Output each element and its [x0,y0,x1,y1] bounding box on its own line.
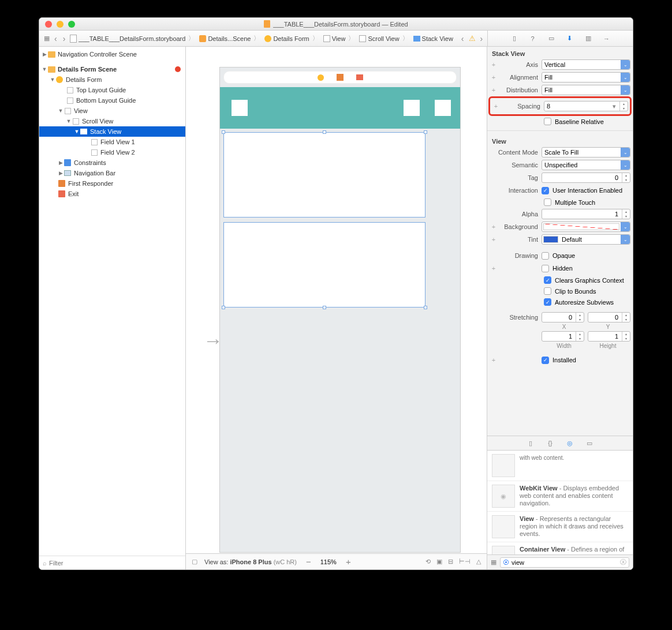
outline-tree[interactable]: ▶Navigation Controller Scene ▼Details Fo… [39,47,185,556]
resolve-issues-icon[interactable]: △ [476,558,481,565]
axis-select[interactable]: Vertical⌄ [542,59,630,70]
issue-next[interactable]: › [479,34,484,43]
header-placeholder-3[interactable] [435,100,451,116]
crumb-scene[interactable]: Details...Scene〉 [199,34,261,43]
zoom-out-button[interactable]: − [304,557,313,567]
scene-preview[interactable] [219,67,461,553]
add-variation[interactable]: + [490,236,498,243]
row-nav-bar[interactable]: ▶Navigation Bar [39,168,185,178]
viewcontroller-icon[interactable] [318,74,324,81]
object-library-list[interactable]: with web content. ◉WebKit View - Display… [487,451,633,554]
clip-to-bounds-checkbox[interactable] [544,287,551,295]
clears-graphics-checkbox[interactable]: ✓ [544,276,551,284]
warning-icon[interactable]: ⚠ [469,34,476,43]
exit-icon[interactable] [356,74,363,80]
stretch-w-field[interactable]: 1▴▾ [542,331,584,342]
multiple-touch-checkbox[interactable] [544,198,551,206]
scene-header-bar[interactable] [223,71,457,84]
tag-stepper[interactable]: ▴▾ [622,173,630,182]
hidden-checkbox[interactable] [542,265,549,272]
crumb-view[interactable]: View〉 [323,34,356,43]
align-icon[interactable]: ⊟ [448,558,453,565]
row-details-form[interactable]: ▼Details Form [39,74,185,85]
spacing-field[interactable]: 8▾▴▾ [544,101,628,111]
field-view-1[interactable] [223,132,425,217]
row-bottom-guide[interactable]: Bottom Layout Guide [39,95,185,106]
add-variation[interactable]: + [490,223,498,230]
outline-filter-input[interactable] [49,560,182,567]
zoom-in-button[interactable]: + [344,557,353,567]
back-button[interactable]: ‹ [53,34,58,43]
zoom-level[interactable]: 115% [320,558,337,565]
stretch-h-field[interactable]: 1▴▾ [588,331,630,342]
device-config-icon[interactable]: ▢ [192,558,197,565]
object-library-icon[interactable]: ◎ [565,438,574,448]
row-stack-view[interactable]: ▼Stack View [39,126,185,137]
filter-icon[interactable]: ⌕ [43,560,47,567]
add-variation[interactable]: + [490,74,498,81]
row-constraints[interactable]: ▶Constraints [39,158,185,168]
alpha-field[interactable]: 1▴▾ [542,209,630,219]
library-grid-icon[interactable]: ▦ [491,558,496,566]
row-nav-scene[interactable]: ▶Navigation Controller Scene [39,49,185,59]
segue-arrow-icon[interactable]: → [203,329,223,352]
field-view-2[interactable] [223,222,425,308]
tag-field[interactable]: 0▴▾ [542,172,630,183]
library-item-container-view[interactable]: ▣Container View - Defines a region of a … [487,542,633,554]
library-item-partial[interactable]: with web content. [487,451,633,481]
add-variation[interactable]: + [490,357,498,363]
row-details-scene[interactable]: ▼Details Form Scene [39,64,185,74]
add-variation[interactable]: + [490,61,498,68]
row-scroll-view[interactable]: ▼Scroll View [39,116,185,126]
row-view[interactable]: ▼View [39,106,185,116]
pin-icon[interactable]: ⊢⊣ [459,558,471,565]
row-first-responder[interactable]: First Responder [39,178,185,189]
alignment-select[interactable]: Fill⌄ [542,72,630,82]
uie-checkbox[interactable]: ✓ [542,187,549,194]
embed-in-icon[interactable]: ▣ [436,558,442,565]
add-variation[interactable]: + [490,87,498,93]
content-mode-select[interactable]: Scale To Fill⌄ [542,147,630,158]
first-responder-icon[interactable] [337,74,344,81]
distribution-select[interactable]: Fill⌄ [542,85,630,95]
issue-prev[interactable]: ‹ [460,34,465,43]
library-item-view[interactable]: View - Represents a rectangular region i… [487,512,633,542]
attributes-inspector-icon[interactable]: ⬇ [565,34,574,43]
add-variation[interactable]: + [492,103,500,110]
update-frames-icon[interactable]: ⟲ [425,558,431,565]
identity-inspector-icon[interactable]: ▭ [547,34,556,43]
row-field-view-2[interactable]: Field View 2 [39,147,185,158]
tint-color-well[interactable]: Default⌄ [542,234,630,245]
size-inspector-icon[interactable]: ▥ [584,34,593,43]
error-badge[interactable] [175,66,181,72]
connections-inspector-icon[interactable]: → [602,34,611,43]
crumb-vc[interactable]: Details Form〉 [264,34,319,43]
forward-button[interactable]: › [62,34,67,43]
clear-search-icon[interactable]: ⓧ [620,558,626,567]
semantic-select[interactable]: Unspecified⌄ [542,160,630,170]
row-top-guide[interactable]: Top Layout Guide [39,85,185,95]
add-variation[interactable]: + [490,265,498,272]
media-library-icon[interactable]: ▭ [585,438,594,448]
file-template-library-icon[interactable]: ▯ [526,438,535,448]
crumb-stack[interactable]: Stack View [413,35,453,42]
library-item-webkit-view[interactable]: ◉WebKit View - Displays embedded web con… [487,481,633,512]
header-view[interactable] [220,87,460,129]
background-color-well[interactable]: ⌄ [542,222,630,232]
autoresize-subviews-checkbox[interactable]: ✓ [544,298,551,306]
crumb-file[interactable]: ___TABLE___DetailsForm.storyboard〉 [70,34,196,43]
related-items-icon[interactable]: ▦ [44,35,50,42]
file-inspector-icon[interactable]: ▯ [510,34,519,43]
spacing-stepper[interactable]: ▴▾ [619,102,628,111]
opaque-checkbox[interactable] [542,252,549,260]
header-placeholder-1[interactable] [232,100,248,116]
row-exit[interactable]: Exit [39,189,185,199]
alpha-stepper[interactable]: ▴▾ [622,209,630,219]
canvas-viewport[interactable]: → [186,47,487,553]
row-field-view-1[interactable]: Field View 1 [39,137,185,147]
library-search-input[interactable] [512,559,618,566]
crumb-scroll[interactable]: Scroll View〉 [359,34,409,43]
installed-checkbox[interactable]: ✓ [542,357,549,364]
help-inspector-icon[interactable]: ? [528,34,537,43]
baseline-relative-checkbox[interactable] [544,118,551,125]
